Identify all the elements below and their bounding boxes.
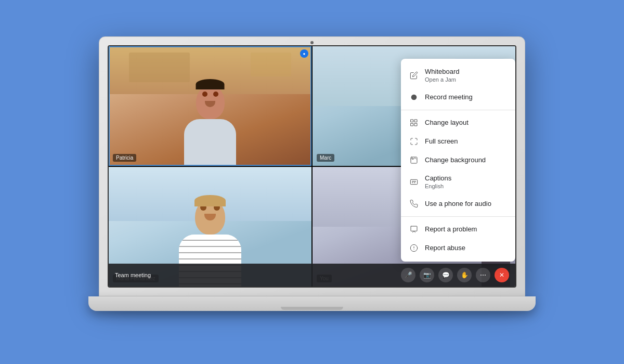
menu-item-whiteboard[interactable]: Whiteboard Open a Jam	[401, 63, 515, 88]
menu-item-report-abuse[interactable]: Report abuse	[401, 239, 515, 257]
laptop-base	[88, 296, 536, 311]
report-problem-text: Report a problem	[425, 225, 477, 234]
laptop-hinge	[281, 307, 343, 310]
cc-icon	[409, 177, 419, 187]
svg-rect-3	[411, 123, 413, 126]
laptop-wrapper: ● Patricia	[99, 36, 525, 328]
svg-rect-4	[414, 123, 417, 126]
context-menu: Whiteboard Open a Jam Record meeting	[401, 59, 515, 262]
menu-divider-1	[401, 110, 515, 110]
menu-item-fullscreen[interactable]: Full screen	[401, 132, 515, 151]
svg-rect-8	[411, 226, 417, 231]
active-speaker-indicator: ●	[300, 49, 308, 58]
report-problem-label: Report a problem	[425, 225, 477, 234]
record-text: Record meeting	[425, 93, 473, 102]
menu-item-layout[interactable]: Change layout	[401, 113, 515, 132]
edit-icon	[409, 71, 419, 80]
svg-point-0	[411, 95, 417, 100]
svg-rect-2	[414, 120, 417, 122]
menu-item-background[interactable]: Change background	[401, 151, 515, 170]
whiteboard-text: Whiteboard Open a Jam	[425, 68, 459, 83]
info-icon	[409, 243, 419, 253]
menu-item-phone[interactable]: Use a phone for audio	[401, 194, 515, 213]
background-icon	[409, 155, 419, 165]
microphone-button[interactable]: 🎤	[401, 268, 415, 282]
flag-icon	[409, 225, 419, 234]
layout-label: Change layout	[425, 119, 469, 127]
menu-item-captions[interactable]: Captions English	[401, 170, 515, 194]
captions-text: Captions English	[425, 174, 451, 190]
phone-icon	[409, 199, 419, 209]
grid-icon	[409, 118, 419, 127]
meeting-title: Team meeting	[115, 272, 151, 278]
layout-text: Change layout	[425, 119, 469, 127]
participant-label-marc: Marc	[317, 154, 334, 162]
menu-item-report-problem[interactable]: Report a problem	[401, 220, 515, 239]
laptop-body: ● Patricia	[99, 36, 525, 296]
participant-label-patricia: Patricia	[113, 154, 136, 162]
svg-rect-7	[410, 179, 417, 184]
more-button[interactable]: ⋯	[476, 268, 490, 282]
record-icon	[409, 93, 419, 102]
laptop-screen: ● Patricia	[108, 45, 516, 288]
svg-rect-1	[411, 120, 413, 122]
video-cell-patricia: ● Patricia	[109, 46, 311, 166]
report-abuse-label: Report abuse	[425, 244, 465, 253]
phone-text: Use a phone for audio	[425, 200, 491, 209]
menu-item-record[interactable]: Record meeting	[401, 88, 515, 107]
phone-label: Use a phone for audio	[425, 200, 491, 209]
menu-divider-2	[401, 216, 515, 217]
maximize-icon	[409, 137, 419, 146]
end-call-button[interactable]: ✕	[495, 268, 509, 282]
meeting-bar: Team meeting 🎤 📷 💬 ✋ ⋯ ✕	[109, 264, 515, 287]
captions-label: Captions	[425, 174, 451, 183]
captions-sublabel: English	[425, 183, 451, 190]
camera-button[interactable]: 📷	[420, 268, 434, 282]
svg-point-6	[412, 159, 413, 160]
chat-button[interactable]: 💬	[438, 268, 453, 282]
webcam-icon	[310, 41, 314, 44]
bar-controls: 🎤 📷 💬 ✋ ⋯ ✕	[401, 268, 509, 282]
background-label: Change background	[425, 156, 486, 165]
background-text: Change background	[425, 156, 486, 165]
report-abuse-text: Report abuse	[425, 244, 465, 253]
fullscreen-label: Full screen	[425, 137, 458, 146]
hand-button[interactable]: ✋	[457, 268, 472, 282]
whiteboard-sublabel: Open a Jam	[425, 76, 459, 83]
record-label: Record meeting	[425, 93, 473, 102]
fullscreen-text: Full screen	[425, 137, 458, 146]
whiteboard-label: Whiteboard	[425, 68, 459, 76]
